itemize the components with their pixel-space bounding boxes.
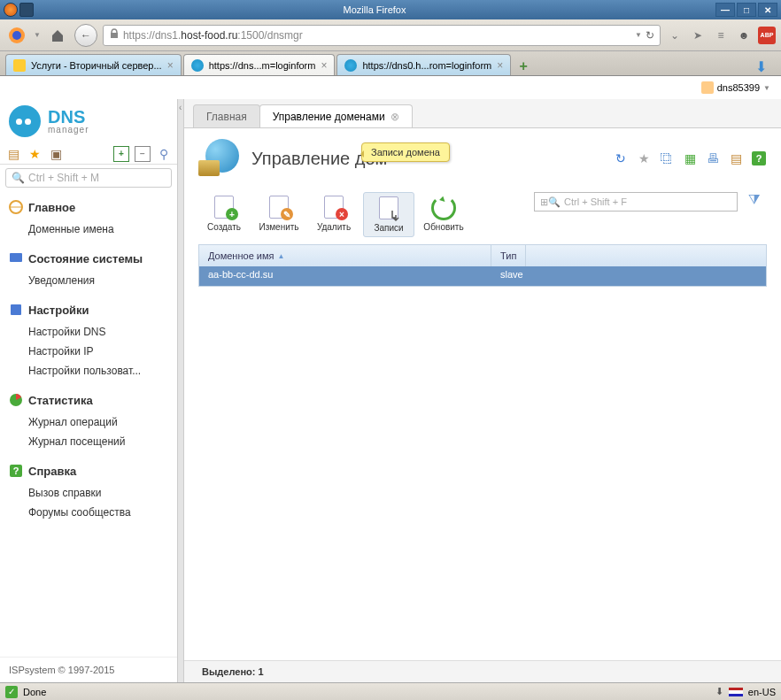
- back-button[interactable]: ←: [74, 24, 97, 47]
- nav-item-forums[interactable]: Форумы сообщества: [0, 503, 177, 522]
- tab-label: Услуги - Вторичный сервер...: [31, 60, 162, 71]
- browser-tab[interactable]: https://dns0.h...rom=loginform ×: [336, 54, 511, 75]
- send-icon[interactable]: ➤: [689, 27, 707, 44]
- domain-icon: [198, 137, 241, 180]
- lock-icon: [109, 28, 120, 42]
- nav-head-help[interactable]: ? Справка: [0, 458, 177, 483]
- svg-rect-6: [11, 304, 21, 315]
- url-bar[interactable]: https://dns1.host-food.ru:1500/dnsmgr ▼ …: [103, 25, 661, 46]
- firefox-menu-icon[interactable]: [5, 24, 28, 47]
- chevron-down-icon[interactable]: ▼: [763, 84, 770, 92]
- nav-head-stats[interactable]: Статистика: [0, 388, 177, 412]
- content-tab-domains[interactable]: Управление доменами ⊗: [259, 104, 413, 127]
- help-icon[interactable]: ?: [751, 150, 767, 166]
- tab-label: https://dns...m=loginform: [209, 60, 316, 71]
- browser-statusbar: ✓ Done ⬇ en-US: [0, 682, 781, 700]
- star-icon[interactable]: ★: [27, 146, 43, 162]
- expand-icon[interactable]: +: [113, 146, 129, 162]
- export-icon[interactable]: ▦: [682, 150, 698, 166]
- close-button[interactable]: ✕: [758, 3, 777, 17]
- url-text: https://dns1.host-food.ru:1500/dnsmgr: [123, 29, 631, 42]
- selection-status: Выделено: 1: [184, 660, 781, 682]
- col-type[interactable]: Тип: [491, 245, 526, 266]
- nav-item-visit-log[interactable]: Журнал посещений: [0, 432, 177, 451]
- download-icon[interactable]: ⬇: [715, 686, 723, 697]
- nav-item-ip-settings[interactable]: Настройки IP: [0, 342, 177, 361]
- maximize-button[interactable]: □: [737, 3, 756, 17]
- star-icon[interactable]: ★: [636, 150, 652, 166]
- nav-item-call-help[interactable]: Вызов справки: [0, 483, 177, 503]
- svg-rect-2: [111, 33, 118, 38]
- search-icon: 🔍: [12, 172, 25, 184]
- dropdown-icon[interactable]: ▼: [34, 31, 41, 39]
- face-icon[interactable]: ☻: [735, 27, 753, 44]
- cell-domain: aa-bb-cc-dd.su: [199, 266, 491, 286]
- edit-button[interactable]: ✎ Изменить: [253, 192, 305, 235]
- create-button[interactable]: + Создать: [198, 192, 250, 235]
- home-button[interactable]: [46, 24, 69, 47]
- lang-label[interactable]: en-US: [748, 687, 776, 697]
- status-text: Done: [23, 687, 46, 697]
- settings-icon[interactable]: ▤: [728, 150, 744, 166]
- page-content: dns85399 ▼ DNS manager ▤ ★ ▣ + − ⚲: [0, 76, 781, 682]
- logo: DNS manager: [0, 99, 177, 143]
- dropdown-icon[interactable]: ▼: [635, 31, 642, 39]
- reload-icon[interactable]: ↻: [646, 29, 654, 42]
- svg-text:?: ?: [13, 465, 19, 476]
- nav-item-user-settings[interactable]: Настройки пользоват...: [0, 361, 177, 381]
- sidebar-divider[interactable]: [177, 99, 184, 682]
- username[interactable]: dns85399: [717, 82, 760, 93]
- nav-head-status[interactable]: Состояние системы: [0, 246, 177, 271]
- panel-header: Управление дом Записи домена ↻ ★ ⿻ ▦ 🖶 ▤…: [184, 128, 781, 188]
- window-titlebar: Mozilla Firefox — □ ✕: [0, 0, 781, 19]
- search-placeholder: Ctrl + Shift + M: [28, 172, 99, 184]
- downloads-icon[interactable]: ⬇: [746, 58, 776, 75]
- close-icon[interactable]: ⊗: [390, 111, 399, 123]
- briefcase-icon[interactable]: ▣: [48, 146, 64, 162]
- refresh-button[interactable]: Обновить: [418, 192, 469, 235]
- col-domain[interactable]: Доменное имя ▲: [199, 245, 491, 266]
- content-area: Главная Управление доменами ⊗ Управление…: [184, 99, 781, 682]
- close-icon[interactable]: ×: [167, 59, 174, 72]
- browser-tab-active[interactable]: https://dns...m=loginform ×: [183, 54, 336, 75]
- content-tab-home[interactable]: Главная: [193, 104, 260, 127]
- delete-button[interactable]: × Удалить: [308, 192, 360, 235]
- firefox-icon: [4, 3, 18, 17]
- nav-item-ops-log[interactable]: Журнал операций: [0, 412, 177, 432]
- menu-icon[interactable]: ≡: [712, 27, 730, 44]
- window-group-icon[interactable]: [19, 3, 34, 17]
- nav-item-domains[interactable]: Доменные имена: [0, 219, 177, 239]
- abp-icon[interactable]: ABP: [758, 27, 776, 44]
- new-tab-button[interactable]: +: [513, 58, 534, 75]
- nav-head-settings[interactable]: Настройки: [0, 297, 177, 322]
- copy-icon[interactable]: ⿻: [659, 150, 675, 166]
- list-icon[interactable]: ▤: [5, 146, 21, 162]
- svg-point-1: [12, 31, 21, 40]
- browser-tab[interactable]: Услуги - Вторичный сервер... ×: [5, 54, 182, 75]
- print-icon[interactable]: 🖶: [705, 150, 721, 166]
- check-icon[interactable]: ✓: [5, 686, 18, 698]
- content-tabs: Главная Управление доменами ⊗: [184, 99, 781, 127]
- sidebar-search[interactable]: 🔍 Ctrl + Shift + M: [5, 168, 172, 188]
- minimize-button[interactable]: —: [715, 3, 735, 17]
- help-icon: ?: [9, 464, 23, 478]
- collapse-icon[interactable]: −: [135, 146, 151, 162]
- sidebar-nav: Главное Доменные имена Состояние системы…: [0, 191, 177, 657]
- logo-text-1: DNS: [48, 108, 89, 126]
- nav-item-notifications[interactable]: Уведомления: [0, 271, 177, 290]
- close-icon[interactable]: ×: [497, 59, 503, 72]
- pocket-icon[interactable]: ⌄: [666, 27, 684, 44]
- pin-icon[interactable]: ⚲: [156, 146, 172, 162]
- nav-item-dns-settings[interactable]: Настройки DNS: [0, 322, 177, 342]
- close-icon[interactable]: ×: [321, 59, 327, 72]
- nav-head-main[interactable]: Главное: [0, 195, 177, 219]
- filter-icon[interactable]: ⧩: [741, 192, 767, 208]
- sidebar-footer: ISPsystem © 1997-2015: [0, 657, 177, 682]
- sort-asc-icon: ▲: [277, 252, 284, 260]
- records-button[interactable]: Записи: [363, 192, 414, 237]
- cell-type: slave: [491, 266, 532, 286]
- refresh-icon[interactable]: ↻: [613, 150, 629, 166]
- filter-input[interactable]: ⊞🔍 Ctrl + Shift + F: [534, 192, 738, 212]
- grid-row-selected[interactable]: aa-bb-cc-dd.su slave: [199, 266, 766, 286]
- browser-toolbar: ▼ ← https://dns1.host-food.ru:1500/dnsmg…: [0, 19, 781, 51]
